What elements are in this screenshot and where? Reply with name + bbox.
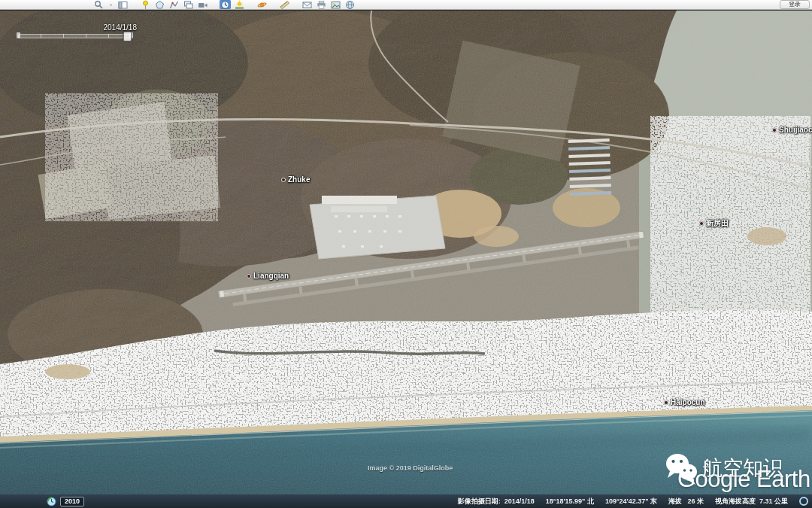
search-icon[interactable] xyxy=(93,0,105,9)
ruler-icon[interactable] xyxy=(279,0,290,9)
view-in-google-maps-icon[interactable] xyxy=(344,0,356,9)
time-slider-date: 2014/1/18 xyxy=(104,23,138,32)
elevation-readout: 海拔 26 米 xyxy=(668,497,704,506)
place-label: Haipocun xyxy=(664,398,705,406)
login-button[interactable]: 登录 xyxy=(780,0,810,9)
add-placemark-icon[interactable] xyxy=(140,0,151,9)
place-marker-icon xyxy=(247,274,251,278)
toggle-sidebar-icon[interactable] xyxy=(117,0,129,9)
sunlight-icon[interactable] xyxy=(234,0,245,9)
add-image-overlay-icon[interactable] xyxy=(183,0,194,9)
time-slider-start-cap[interactable] xyxy=(17,32,20,38)
history-clock-icon xyxy=(47,497,56,506)
historical-imagery-icon[interactable] xyxy=(220,0,231,9)
wechat-icon xyxy=(663,450,699,491)
time-slider-handle[interactable] xyxy=(123,32,132,41)
toolbar-separator xyxy=(110,4,112,6)
place-label: Zhuke xyxy=(281,175,310,184)
place-marker-icon xyxy=(664,400,668,405)
google-earth-window: 登录 xyxy=(0,0,812,508)
eye-altitude-readout: 视角海拔高度 7.31 公里 xyxy=(715,497,788,506)
time-slider[interactable]: 2014/1/18 xyxy=(18,23,138,44)
place-label: Shuijiaocun xyxy=(772,126,812,134)
latitude-readout: 18°18'15.99" 北 xyxy=(546,497,594,506)
place-marker-icon xyxy=(772,128,777,132)
save-image-icon[interactable] xyxy=(330,0,341,9)
record-tour-icon[interactable] xyxy=(197,0,208,9)
imagery-attribution: Image © 2019 DigitalGlobe xyxy=(368,464,453,472)
add-polygon-icon[interactable] xyxy=(154,0,165,9)
print-icon[interactable] xyxy=(316,0,327,9)
place-label: Liangqian xyxy=(247,272,289,280)
wechat-watermark-text: 航空知识 xyxy=(702,455,783,482)
add-path-icon[interactable] xyxy=(168,0,180,9)
toolbar: 登录 xyxy=(0,0,812,10)
satellite-imagery[interactable] xyxy=(0,11,812,494)
place-marker-icon xyxy=(699,221,704,226)
time-slider-track[interactable] xyxy=(18,34,132,38)
imagery-date-readout: 影像拍摄日期: 2014/1/18 xyxy=(458,497,535,506)
place-label: 新房田 xyxy=(699,218,729,229)
email-icon[interactable] xyxy=(301,0,313,9)
switch-planet-icon[interactable] xyxy=(256,0,268,9)
map-viewport[interactable]: 2014/1/18 Zhuke Liangqian Haipocun Shuij… xyxy=(0,11,812,494)
longitude-readout: 109°24'42.37" 东 xyxy=(605,497,657,506)
place-marker-icon xyxy=(281,178,286,182)
oldest-imagery-year: 2010 xyxy=(60,497,84,506)
status-bar: 2010 影像拍摄日期: 2014/1/18 18°18'15.99" 北 10… xyxy=(0,494,812,508)
streaming-indicator-icon xyxy=(799,497,808,506)
